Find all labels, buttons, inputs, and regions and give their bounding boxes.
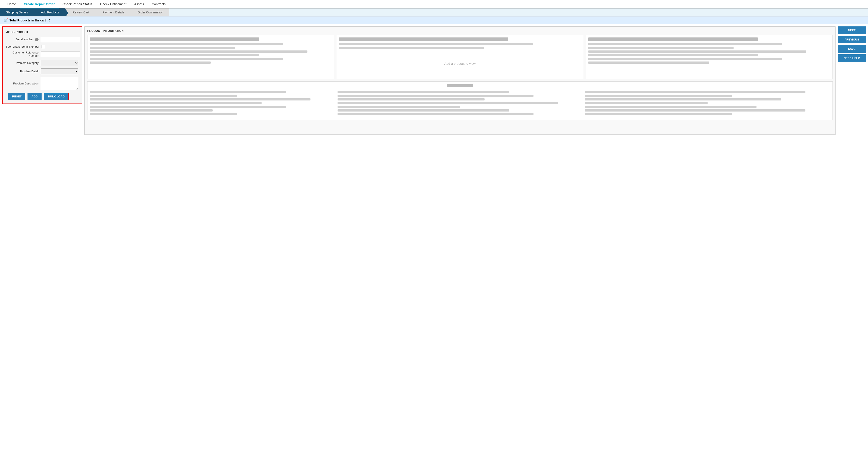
wide-col-1	[90, 91, 335, 117]
placeholder	[90, 62, 211, 64]
placeholder	[588, 37, 757, 41]
serial-number-info-icon: i	[35, 38, 38, 41]
placeholder	[585, 113, 732, 115]
product-info-title: PRODUCT INFORMATION	[87, 29, 833, 32]
bulk-load-button[interactable]: BULK LOAD	[44, 93, 69, 100]
customer-ref-row: Customer Reference Number	[6, 51, 79, 57]
placeholder	[90, 51, 307, 53]
cart-icon: 🛒	[3, 18, 8, 22]
step-shipping-details[interactable]: Shipping Details	[0, 8, 34, 16]
placeholder	[338, 98, 485, 100]
placeholder	[585, 110, 805, 112]
no-serial-row: I don't have Serial Number	[6, 45, 79, 48]
placeholder	[585, 98, 781, 100]
placeholder	[339, 43, 533, 45]
problem-category-label: Problem Category	[6, 61, 38, 65]
step-add-products[interactable]: Add Products	[34, 8, 65, 16]
info-wide-card	[87, 82, 833, 120]
problem-detail-select[interactable]	[41, 68, 79, 74]
placeholder	[588, 54, 757, 56]
placeholder	[447, 84, 473, 87]
save-button[interactable]: SAVE	[838, 45, 866, 53]
info-card-2: Add a product to view	[337, 35, 584, 79]
placeholder	[90, 106, 286, 108]
placeholder	[588, 62, 709, 64]
placeholder	[90, 54, 259, 56]
placeholder	[90, 37, 259, 41]
placeholder	[90, 102, 261, 104]
add-product-title: ADD PRODUCT	[6, 30, 79, 34]
no-serial-label: I don't have Serial Number	[6, 45, 39, 48]
placeholder	[339, 37, 508, 41]
placeholder	[585, 106, 756, 108]
placeholder	[90, 47, 235, 49]
placeholder	[588, 47, 734, 49]
step-order-confirmation[interactable]: Order Confirmation	[130, 8, 169, 16]
placeholder	[588, 58, 782, 60]
serial-number-row: Serial Number i	[6, 37, 79, 42]
nav-check-entitlement[interactable]: Check Entitlement	[96, 0, 130, 8]
placeholder	[90, 91, 286, 93]
nav-contracts[interactable]: Contracts	[148, 0, 169, 8]
need-help-button[interactable]: NEED HELP	[838, 54, 866, 62]
product-info-top-grid: Add a product to view	[87, 35, 833, 79]
placeholder	[585, 102, 708, 104]
info-card-3	[586, 35, 833, 79]
placeholder	[338, 95, 533, 97]
next-button[interactable]: NEXT	[838, 26, 866, 34]
problem-category-row: Problem Category	[6, 60, 79, 66]
add-product-msg: Add a product to view	[339, 51, 581, 76]
nav-assets[interactable]: Assets	[130, 0, 148, 8]
placeholder	[90, 95, 237, 97]
right-buttons: NEXT PREVIOUS SAVE NEED HELP	[838, 26, 866, 62]
wide-grid	[90, 91, 830, 117]
placeholder	[339, 47, 484, 49]
placeholder	[338, 102, 558, 104]
previous-button[interactable]: PREVIOUS	[838, 36, 866, 43]
steps-bar: Shipping Details Add Products Review Car…	[0, 8, 868, 17]
placeholder	[90, 58, 283, 60]
placeholder	[90, 98, 310, 100]
serial-number-label: Serial Number i	[6, 38, 38, 41]
placeholder	[338, 113, 533, 115]
placeholder	[338, 110, 509, 112]
step-review-cart[interactable]: Review Cart	[65, 8, 95, 16]
no-serial-checkbox[interactable]	[41, 45, 45, 48]
placeholder	[585, 91, 805, 93]
reset-button[interactable]: RESET	[8, 93, 25, 100]
top-nav: Home Create Repair Order Check Repair St…	[0, 0, 868, 8]
problem-description-row: Problem Description	[6, 77, 79, 90]
placeholder	[338, 106, 460, 108]
serial-number-input[interactable]	[41, 37, 80, 42]
placeholder	[90, 110, 213, 112]
customer-ref-label: Customer Reference Number	[6, 51, 38, 57]
cart-total-text: Total Products in the cart : 0	[9, 19, 50, 22]
nav-home[interactable]: Home	[3, 0, 20, 8]
problem-description-textarea[interactable]	[41, 77, 79, 90]
problem-category-select[interactable]	[41, 60, 79, 66]
add-product-panel: ADD PRODUCT Serial Number i I don't have…	[2, 26, 82, 104]
problem-detail-row: Problem Detail	[6, 68, 79, 74]
product-info-panel: PRODUCT INFORMATION Add a product to vie…	[85, 26, 836, 135]
step-payment-details[interactable]: Payment Details	[95, 8, 130, 16]
customer-ref-input[interactable]	[41, 52, 80, 57]
nav-check-repair-status[interactable]: Check Repair Status	[59, 0, 96, 8]
problem-description-label: Problem Description	[6, 82, 38, 85]
placeholder	[90, 43, 283, 45]
placeholder	[585, 95, 732, 97]
placeholder	[588, 43, 782, 45]
placeholder	[338, 91, 509, 93]
wide-col-2	[338, 91, 582, 117]
info-card-1	[87, 35, 334, 79]
placeholder	[90, 113, 237, 115]
problem-detail-label: Problem Detail	[6, 70, 38, 73]
form-buttons: RESET ADD BULK LOAD	[6, 93, 79, 100]
placeholder	[588, 51, 806, 53]
cart-bar: 🛒 Total Products in the cart : 0	[0, 17, 868, 24]
nav-create-repair-order[interactable]: Create Repair Order	[20, 0, 59, 8]
wide-col-3	[585, 91, 830, 117]
add-button[interactable]: ADD	[28, 93, 41, 100]
main-content: ADD PRODUCT Serial Number i I don't have…	[0, 24, 868, 137]
